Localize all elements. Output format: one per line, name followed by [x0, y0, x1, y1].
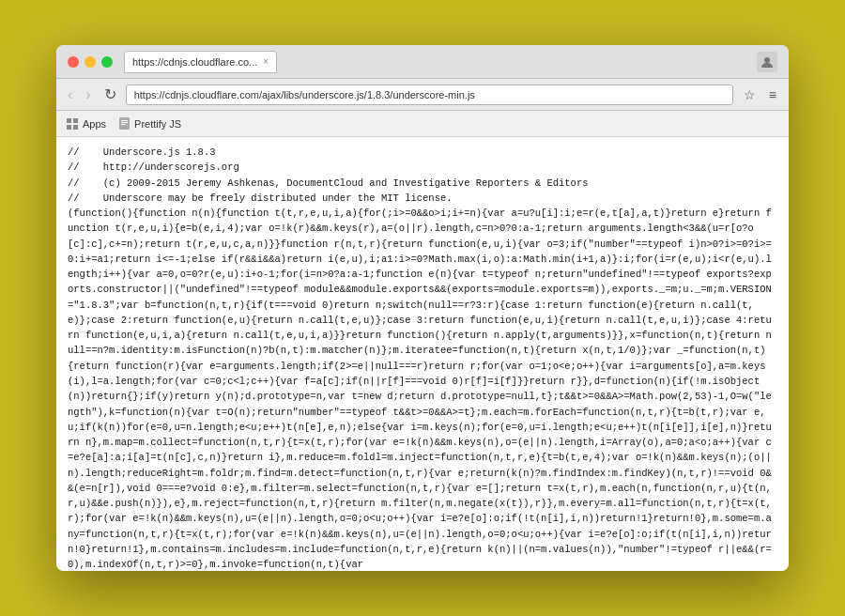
- document-icon: [117, 117, 131, 131]
- svg-rect-7: [121, 122, 128, 123]
- url-bar[interactable]: https://cdnjs.cloudflare.com/ajax/libs/u…: [126, 85, 733, 105]
- tab-close-icon[interactable]: ×: [263, 56, 269, 67]
- maximize-button[interactable]: [101, 56, 113, 68]
- code-content: // Underscore.js 1.8.3 // http://undersc…: [68, 145, 777, 571]
- apps-link[interactable]: Apps: [66, 117, 106, 131]
- tab-title: https://cdnjs.cloudflare.co...: [132, 56, 257, 68]
- navbar: ‹ › ↻ https://cdnjs.cloudflare.com/ajax/…: [56, 79, 789, 111]
- titlebar: https://cdnjs.cloudflare.co... ×: [56, 45, 789, 79]
- svg-rect-1: [67, 118, 71, 123]
- url-text: https://cdnjs.cloudflare.com/ajax/libs/u…: [134, 89, 475, 100]
- apps-icon: [66, 117, 79, 131]
- svg-point-0: [764, 57, 770, 63]
- window-controls: [68, 56, 113, 68]
- svg-rect-3: [67, 125, 71, 130]
- apps-label: Apps: [83, 118, 106, 130]
- svg-rect-2: [73, 118, 78, 123]
- browser-window: https://cdnjs.cloudflare.co... × ‹ › ↻ h…: [56, 45, 789, 571]
- reload-button[interactable]: ↻: [100, 84, 120, 105]
- profile-button[interactable]: [757, 52, 777, 72]
- person-icon: [760, 55, 774, 69]
- code-area[interactable]: // Underscore.js 1.8.3 // http://undersc…: [56, 137, 789, 571]
- forward-button[interactable]: ›: [82, 85, 94, 105]
- prettify-label: Prettify JS: [134, 118, 181, 130]
- tab-bar: https://cdnjs.cloudflare.co... ×: [124, 51, 757, 73]
- prettify-link[interactable]: Prettify JS: [117, 117, 181, 131]
- svg-rect-8: [121, 124, 126, 125]
- toolbar: Apps Prettify JS: [56, 111, 789, 137]
- back-button[interactable]: ‹: [64, 85, 76, 105]
- browser-tab[interactable]: https://cdnjs.cloudflare.co... ×: [124, 51, 277, 73]
- nav-actions: ☆ ≡: [739, 85, 781, 104]
- menu-button[interactable]: ≡: [764, 85, 781, 104]
- svg-rect-5: [119, 117, 130, 130]
- svg-rect-6: [121, 120, 128, 121]
- svg-rect-4: [73, 125, 78, 130]
- close-button[interactable]: [68, 56, 79, 68]
- bookmark-button[interactable]: ☆: [739, 85, 760, 104]
- minimize-button[interactable]: [84, 56, 96, 68]
